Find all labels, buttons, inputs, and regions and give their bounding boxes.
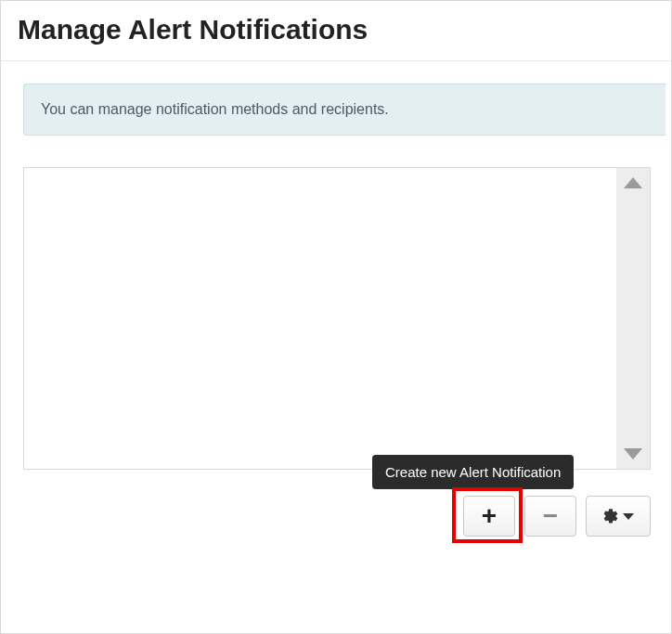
tooltip-text: Create new Alert Notification: [385, 464, 561, 480]
list-toolbar: Create new Alert Notification + −: [23, 496, 651, 537]
minus-icon: −: [543, 503, 558, 529]
scroll-down-icon[interactable]: [624, 448, 642, 459]
info-banner-text: You can manage notification methods and …: [41, 101, 389, 117]
gear-icon: [602, 508, 619, 524]
settings-dropdown-button[interactable]: [586, 496, 651, 537]
plus-icon: +: [482, 503, 497, 529]
notification-list[interactable]: [23, 167, 651, 470]
remove-notification-button[interactable]: −: [524, 496, 576, 537]
dialog-manage-alert-notifications: Manage Alert Notifications You can manag…: [0, 0, 672, 634]
add-notification-button[interactable]: +: [463, 496, 515, 537]
info-banner: You can manage notification methods and …: [23, 84, 666, 136]
scroll-up-icon[interactable]: [624, 177, 642, 188]
page-title: Manage Alert Notifications: [18, 14, 654, 45]
notification-list-content: [24, 168, 616, 469]
dialog-header: Manage Alert Notifications: [1, 6, 671, 60]
scrollbar[interactable]: [616, 168, 650, 469]
add-button-tooltip: Create new Alert Notification: [372, 455, 574, 489]
dialog-body: You can manage notification methods and …: [1, 61, 671, 537]
caret-down-icon: [623, 513, 634, 520]
